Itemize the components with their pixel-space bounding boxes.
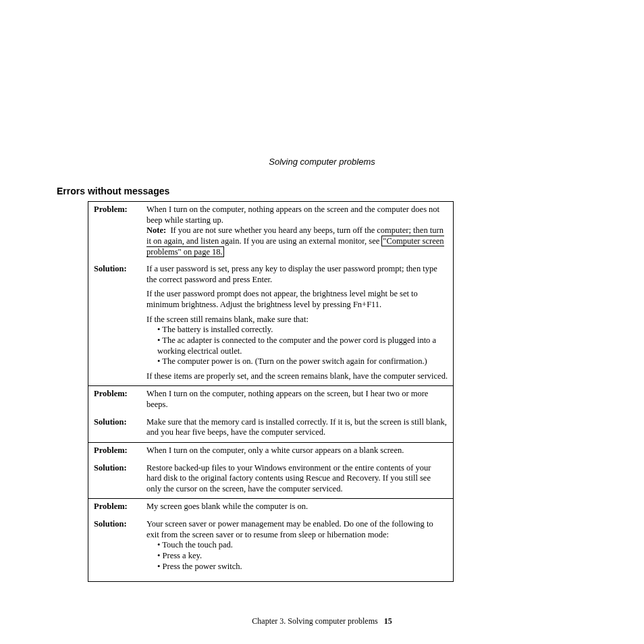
table-row: Solution: Your screen saver or power man… [88,516,453,581]
problem-text: When I turn on the computer, nothing app… [146,389,448,410]
section-heading: Errors without messages [57,186,169,196]
list-item: Press a key. [157,551,448,562]
table-row: Solution: Restore backed-up files to you… [88,460,453,499]
problem-text: When I turn on the computer, nothing app… [146,205,448,257]
page-number: 15 [384,616,392,626]
bullet-list: The battery is installed correctly. The … [146,325,448,367]
table-row: Problem: My screen goes blank while the … [88,498,453,516]
text: If these items are properly set, and the… [146,371,448,382]
solution-text: Make sure that the memory card is instal… [146,417,448,438]
running-head: Solving computer problems [0,157,644,167]
table-row: Solution: If a user password is set, pre… [88,261,453,385]
list-item: The computer power is on. (Turn on the p… [157,356,448,367]
page-footer: Chapter 3. Solving computer problems 15 [0,616,644,626]
text: If the screen still remains blank, make … [146,315,448,325]
problem-label: Problem: [94,389,146,410]
solution-label: Solution: [94,417,146,438]
note-label: Note: [146,225,166,235]
text: If the user password prompt does not app… [146,289,448,310]
table-row: Problem: When I turn on the computer, no… [88,202,453,261]
page: Solving computer problems Errors without… [0,0,644,644]
text: If a user password is set, press any key… [146,264,448,285]
problem-label: Problem: [94,446,146,456]
list-item: Press the power switch. [157,562,448,572]
troubleshooting-table: Problem: When I turn on the computer, no… [88,201,454,582]
table-row: Problem: When I turn on the computer, on… [88,442,453,460]
bullet-list: Touch the touch pad. Press a key. Press … [146,540,448,572]
solution-text: If a user password is set, press any key… [146,264,448,381]
footer-text: Chapter 3. Solving computer problems [252,616,377,626]
problem-text: My screen goes blank while the computer … [146,502,448,512]
solution-label: Solution: [94,264,146,381]
list-item: The ac adapter is connected to the compu… [157,336,448,356]
solution-text: Restore backed-up files to your Windows … [146,463,448,495]
solution-label: Solution: [94,519,146,572]
table-row: Solution: Make sure that the memory card… [88,414,453,442]
table-row: Problem: When I turn on the computer, no… [88,385,453,414]
solution-label: Solution: [94,463,146,495]
problem-label: Problem: [94,502,146,512]
list-item: The battery is installed correctly. [157,325,448,336]
solution-text: Your screen saver or power management ma… [146,519,448,572]
problem-text: When I turn on the computer, only a whit… [146,446,448,456]
text: When I turn on the computer, nothing app… [146,205,439,225]
text: Your screen saver or power management ma… [146,519,448,540]
problem-label: Problem: [94,205,146,257]
list-item: Touch the touch pad. [157,540,448,551]
